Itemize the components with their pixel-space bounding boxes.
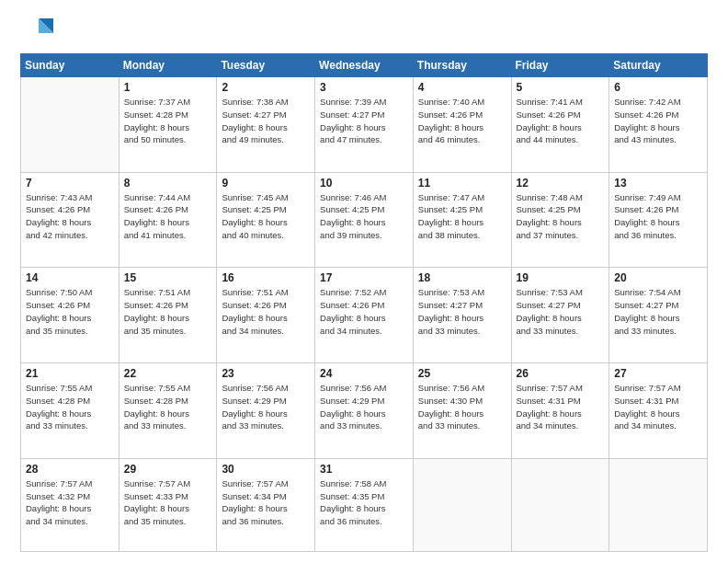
day-number: 29: [124, 463, 212, 476]
logo-icon: [20, 17, 53, 44]
day-number: 20: [614, 271, 702, 284]
calendar-cell: 12Sunrise: 7:48 AMSunset: 4:25 PMDayligh…: [511, 172, 609, 268]
calendar-cell: 31Sunrise: 7:58 AMSunset: 4:35 PMDayligh…: [315, 458, 414, 551]
calendar-cell: 2Sunrise: 7:38 AMSunset: 4:27 PMDaylight…: [217, 77, 315, 173]
day-number: 13: [614, 177, 702, 190]
calendar-cell: 16Sunrise: 7:51 AMSunset: 4:26 PMDayligh…: [217, 268, 315, 363]
calendar-table: SundayMondayTuesdayWednesdayThursdayFrid…: [20, 53, 708, 552]
day-number: 4: [418, 81, 506, 94]
day-info: Sunrise: 7:50 AMSunset: 4:26 PMDaylight:…: [26, 286, 114, 337]
day-number: 9: [222, 177, 310, 190]
calendar-cell: 4Sunrise: 7:40 AMSunset: 4:26 PMDaylight…: [413, 77, 511, 173]
calendar-cell: 9Sunrise: 7:45 AMSunset: 4:25 PMDaylight…: [217, 172, 315, 268]
calendar-cell: 27Sunrise: 7:57 AMSunset: 4:31 PMDayligh…: [609, 363, 708, 459]
day-info: Sunrise: 7:57 AMSunset: 4:33 PMDaylight:…: [124, 477, 212, 528]
day-number: 2: [222, 81, 310, 94]
day-info: Sunrise: 7:57 AMSunset: 4:31 PMDaylight:…: [614, 382, 702, 432]
day-info: Sunrise: 7:44 AMSunset: 4:26 PMDaylight:…: [124, 191, 212, 242]
day-info: Sunrise: 7:45 AMSunset: 4:25 PMDaylight:…: [222, 191, 310, 242]
calendar-cell: 11Sunrise: 7:47 AMSunset: 4:25 PMDayligh…: [413, 172, 511, 268]
calendar-cell: 15Sunrise: 7:51 AMSunset: 4:26 PMDayligh…: [119, 268, 217, 363]
day-info: Sunrise: 7:47 AMSunset: 4:25 PMDaylight:…: [418, 191, 506, 242]
day-number: 6: [614, 81, 702, 94]
weekday-header-saturday: Saturday: [609, 54, 708, 77]
day-number: 8: [124, 177, 212, 190]
calendar-cell: [511, 458, 609, 551]
calendar-cell: [609, 458, 708, 551]
day-number: 26: [517, 367, 605, 380]
calendar-cell: 19Sunrise: 7:53 AMSunset: 4:27 PMDayligh…: [511, 268, 609, 363]
calendar-cell: 24Sunrise: 7:56 AMSunset: 4:29 PMDayligh…: [315, 363, 414, 459]
calendar-cell: 23Sunrise: 7:56 AMSunset: 4:29 PMDayligh…: [217, 363, 315, 459]
calendar-cell: 30Sunrise: 7:57 AMSunset: 4:34 PMDayligh…: [217, 458, 315, 551]
day-info: Sunrise: 7:52 AMSunset: 4:26 PMDaylight:…: [320, 286, 408, 337]
day-number: 23: [222, 367, 310, 380]
calendar-cell: 6Sunrise: 7:42 AMSunset: 4:26 PMDaylight…: [609, 77, 708, 173]
day-number: 5: [517, 81, 605, 94]
day-number: 21: [26, 367, 114, 380]
day-info: Sunrise: 7:57 AMSunset: 4:31 PMDaylight:…: [517, 382, 605, 432]
weekday-header-thursday: Thursday: [413, 54, 511, 77]
day-info: Sunrise: 7:40 AMSunset: 4:26 PMDaylight:…: [418, 96, 506, 146]
calendar-cell: 25Sunrise: 7:56 AMSunset: 4:30 PMDayligh…: [413, 363, 511, 459]
day-info: Sunrise: 7:46 AMSunset: 4:25 PMDaylight:…: [320, 191, 408, 242]
day-info: Sunrise: 7:56 AMSunset: 4:29 PMDaylight:…: [320, 382, 408, 432]
day-info: Sunrise: 7:43 AMSunset: 4:26 PMDaylight:…: [26, 191, 114, 242]
calendar-cell: 17Sunrise: 7:52 AMSunset: 4:26 PMDayligh…: [315, 268, 414, 363]
day-number: 18: [418, 271, 506, 284]
day-number: 16: [222, 271, 310, 284]
day-number: 11: [418, 177, 506, 190]
logo: [20, 17, 59, 44]
calendar-cell: [413, 458, 511, 551]
day-number: 28: [26, 463, 114, 476]
day-number: 30: [222, 463, 310, 476]
day-number: 7: [26, 177, 114, 190]
day-info: Sunrise: 7:39 AMSunset: 4:27 PMDaylight:…: [320, 96, 408, 146]
day-number: 12: [517, 177, 605, 190]
day-info: Sunrise: 7:48 AMSunset: 4:25 PMDaylight:…: [517, 191, 605, 242]
day-number: 27: [614, 367, 702, 380]
day-info: Sunrise: 7:42 AMSunset: 4:26 PMDaylight:…: [614, 96, 702, 146]
day-info: Sunrise: 7:54 AMSunset: 4:27 PMDaylight:…: [614, 286, 702, 337]
header: [20, 17, 708, 44]
calendar-cell: 21Sunrise: 7:55 AMSunset: 4:28 PMDayligh…: [21, 363, 119, 459]
calendar-cell: 8Sunrise: 7:44 AMSunset: 4:26 PMDaylight…: [119, 172, 217, 268]
weekday-header-tuesday: Tuesday: [217, 54, 315, 77]
day-number: 3: [320, 81, 408, 94]
day-info: Sunrise: 7:51 AMSunset: 4:26 PMDaylight:…: [222, 286, 310, 337]
weekday-header-monday: Monday: [119, 54, 217, 77]
calendar-cell: 7Sunrise: 7:43 AMSunset: 4:26 PMDaylight…: [21, 172, 119, 268]
calendar-cell: 22Sunrise: 7:55 AMSunset: 4:28 PMDayligh…: [119, 363, 217, 459]
day-info: Sunrise: 7:55 AMSunset: 4:28 PMDaylight:…: [124, 382, 212, 432]
day-number: 31: [320, 463, 408, 476]
day-number: 10: [320, 177, 408, 190]
calendar-cell: 20Sunrise: 7:54 AMSunset: 4:27 PMDayligh…: [609, 268, 708, 363]
page: SundayMondayTuesdayWednesdayThursdayFrid…: [0, 0, 728, 563]
week-row-4: 21Sunrise: 7:55 AMSunset: 4:28 PMDayligh…: [21, 363, 708, 459]
calendar-cell: 26Sunrise: 7:57 AMSunset: 4:31 PMDayligh…: [511, 363, 609, 459]
day-number: 22: [124, 367, 212, 380]
calendar-cell: 1Sunrise: 7:37 AMSunset: 4:28 PMDaylight…: [119, 77, 217, 173]
calendar-cell: 5Sunrise: 7:41 AMSunset: 4:26 PMDaylight…: [511, 77, 609, 173]
day-info: Sunrise: 7:55 AMSunset: 4:28 PMDaylight:…: [26, 382, 114, 432]
day-info: Sunrise: 7:37 AMSunset: 4:28 PMDaylight:…: [124, 96, 212, 146]
calendar-cell: 13Sunrise: 7:49 AMSunset: 4:26 PMDayligh…: [609, 172, 708, 268]
week-row-2: 7Sunrise: 7:43 AMSunset: 4:26 PMDaylight…: [21, 172, 708, 268]
calendar-cell: 10Sunrise: 7:46 AMSunset: 4:25 PMDayligh…: [315, 172, 414, 268]
weekday-header-row: SundayMondayTuesdayWednesdayThursdayFrid…: [21, 54, 708, 77]
day-info: Sunrise: 7:57 AMSunset: 4:34 PMDaylight:…: [222, 477, 310, 528]
day-number: 14: [26, 271, 114, 284]
calendar-cell: 18Sunrise: 7:53 AMSunset: 4:27 PMDayligh…: [413, 268, 511, 363]
calendar-cell: 14Sunrise: 7:50 AMSunset: 4:26 PMDayligh…: [21, 268, 119, 363]
day-number: 17: [320, 271, 408, 284]
weekday-header-friday: Friday: [511, 54, 609, 77]
day-info: Sunrise: 7:49 AMSunset: 4:26 PMDaylight:…: [614, 191, 702, 242]
day-info: Sunrise: 7:57 AMSunset: 4:32 PMDaylight:…: [26, 477, 114, 528]
weekday-header-wednesday: Wednesday: [315, 54, 414, 77]
day-info: Sunrise: 7:56 AMSunset: 4:30 PMDaylight:…: [418, 382, 506, 432]
day-info: Sunrise: 7:53 AMSunset: 4:27 PMDaylight:…: [418, 286, 506, 337]
day-number: 24: [320, 367, 408, 380]
week-row-1: 1Sunrise: 7:37 AMSunset: 4:28 PMDaylight…: [21, 77, 708, 173]
day-info: Sunrise: 7:58 AMSunset: 4:35 PMDaylight:…: [320, 477, 408, 528]
day-info: Sunrise: 7:56 AMSunset: 4:29 PMDaylight:…: [222, 382, 310, 432]
